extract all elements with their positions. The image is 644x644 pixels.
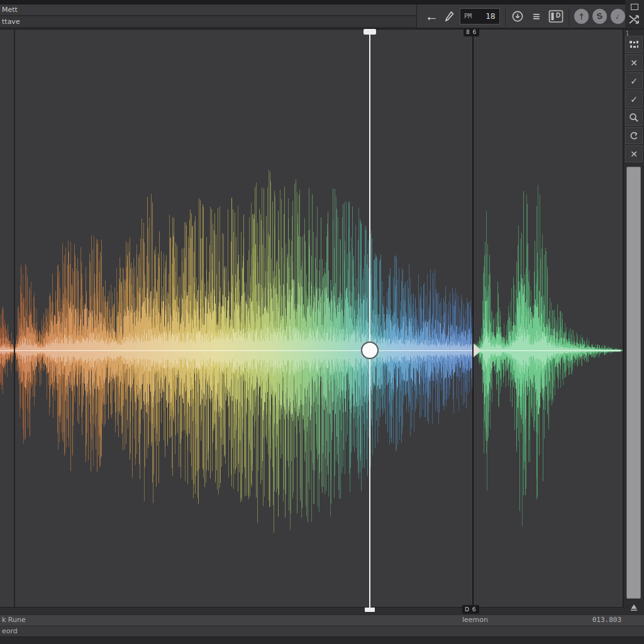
record-label: eord (2, 627, 18, 635)
waveform-panel[interactable] (0, 28, 624, 607)
clip-name-label: leemon (462, 615, 488, 625)
circle-down-arrow-icon (511, 10, 524, 23)
cross-icon: ✕ (630, 58, 638, 68)
playhead-line[interactable] (369, 30, 370, 609)
pen-button[interactable] (444, 10, 456, 23)
menu-button[interactable]: ≡ (529, 11, 545, 22)
waveform-canvas[interactable] (0, 30, 623, 607)
time-readout[interactable]: PM 18 (460, 8, 500, 25)
status-bar-2: eord (0, 626, 644, 636)
audio-editor-window: 8 6 D 6 Mett ttave ← PM 18 (0, 0, 644, 644)
search-icon (629, 113, 639, 123)
confirm-button-2[interactable]: ✓ (625, 91, 643, 108)
record-button[interactable] (511, 10, 525, 23)
grid-tool-button[interactable] (625, 36, 643, 53)
tool-button-2[interactable]: S (592, 9, 607, 24)
close-icon: ✕ (630, 149, 638, 159)
selection-marker-line[interactable] (472, 35, 474, 608)
playhead-handle[interactable] (361, 341, 379, 359)
confirm-button-1[interactable]: ✓ (625, 72, 643, 89)
marker-top-badge[interactable]: 8 6 (464, 28, 479, 36)
toolbar: ← PM 18 ≡ (416, 4, 625, 28)
bottom-strip (0, 636, 644, 644)
hamburger-icon: ≡ (533, 11, 540, 22)
track-left-edge (14, 28, 15, 607)
position-readout: 013.803 (592, 615, 621, 625)
panel-button[interactable]: D (548, 9, 564, 24)
tool-button-1[interactable]: † (574, 9, 589, 24)
status-bar: k Rune leemon 013.803 (0, 614, 644, 625)
check-icon: ✓ (630, 76, 638, 86)
menu-row-2[interactable]: ttave (0, 16, 416, 28)
window-strip (0, 0, 644, 4)
back-button[interactable]: ← (423, 10, 440, 23)
cut-tool-button[interactable]: ✕ (625, 54, 643, 71)
close-tool-button[interactable]: ✕ (625, 145, 643, 162)
back-arrow-icon: ← (425, 10, 438, 23)
zoom-tool-button[interactable] (625, 109, 643, 126)
readout-label: PM (464, 13, 472, 19)
panel-letter: D (556, 12, 560, 19)
toolbar-divider (569, 7, 569, 26)
marker-bottom-badge[interactable]: D 6 (462, 605, 479, 614)
tool-button-3[interactable]: ↓ (611, 9, 625, 24)
scroll-end-icon[interactable] (630, 604, 638, 611)
down-arrow-icon: ↓ (614, 11, 621, 21)
vertical-scrollbar[interactable] (626, 167, 641, 599)
bottom-edge (0, 607, 644, 614)
shuffle-icon[interactable] (628, 14, 641, 25)
loop-tool-button[interactable] (625, 127, 643, 144)
check-icon: ✓ (630, 94, 638, 104)
menu-row-1[interactable]: Mett (0, 4, 416, 16)
readout-value: 18 (486, 11, 496, 21)
playhead-bottom-handle[interactable] (365, 608, 375, 612)
track-name-label: k Rune (2, 615, 26, 625)
dagger-icon: † (579, 11, 584, 21)
right-toolbar: 1 ✕ ✓ ✓ (624, 28, 644, 613)
maximize-square-icon[interactable] (631, 4, 638, 10)
toolbar-divider (505, 7, 506, 26)
playhead-top-handle[interactable] (364, 29, 376, 35)
top-bar: Mett ttave ← PM 18 (0, 0, 644, 28)
s-icon: S (596, 11, 604, 21)
marker-arrow[interactable] (474, 343, 481, 357)
menu-row-2-label: ttave (2, 18, 20, 26)
grid-icon (629, 40, 639, 49)
loop-icon (629, 131, 639, 141)
window-controls (625, 0, 644, 28)
menu-row-1-label: Mett (2, 6, 18, 14)
pen-icon (445, 10, 455, 23)
